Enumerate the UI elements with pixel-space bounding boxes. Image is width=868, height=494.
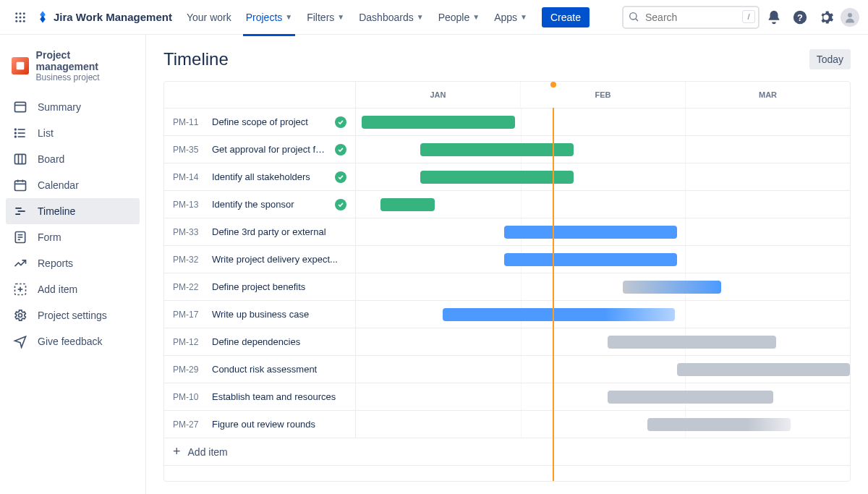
issue-summary[interactable]: Define scope of project (212, 116, 326, 127)
timeline-bar[interactable] (420, 171, 574, 184)
svg-point-7 (20, 20, 22, 22)
sidebar-item-summary[interactable]: Summary (6, 94, 140, 120)
svg-point-1 (20, 12, 22, 14)
issue-summary[interactable]: Identify all stakeholders (212, 171, 326, 182)
svg-point-8 (23, 20, 25, 22)
timeline-grid: JANFEBMAR PM-11Define scope of projectPM… (163, 81, 851, 482)
sidebar-item-settings[interactable]: Project settings (6, 302, 140, 328)
plus-icon: + (173, 444, 181, 459)
app-switcher-icon[interactable] (9, 6, 32, 29)
page-title: Timeline (163, 49, 229, 69)
timeline-row[interactable]: PM-11Define scope of project (164, 108, 850, 135)
sidebar-item-timeline[interactable]: Timeline (6, 198, 140, 224)
timeline-row[interactable]: PM-29Conduct risk assessment (164, 355, 850, 383)
settings-icon[interactable] (814, 6, 838, 29)
issue-key[interactable]: PM-32 (173, 255, 203, 265)
svg-point-22 (15, 136, 17, 137)
sidebar-item-list[interactable]: List (6, 120, 140, 146)
nav-filters[interactable]: Filters▼ (301, 7, 350, 27)
help-icon[interactable]: ? (788, 6, 812, 29)
issue-key[interactable]: PM-14 (173, 172, 203, 182)
issue-key[interactable]: PM-33 (173, 227, 203, 237)
svg-point-6 (15, 20, 17, 22)
timeline-row[interactable]: PM-12Define dependencies (164, 328, 850, 355)
search-box[interactable]: / (622, 6, 760, 29)
create-button[interactable]: Create (542, 7, 590, 27)
timeline-bar[interactable] (504, 226, 677, 239)
issue-key[interactable]: PM-11 (173, 117, 203, 127)
timeline-row[interactable]: PM-33Define 3rd party or external (164, 218, 850, 245)
issue-summary[interactable]: Get approval for project fund... (212, 144, 326, 155)
timeline-row[interactable]: PM-14Identify all stakeholders (164, 163, 850, 190)
chevron-down-icon: ▼ (285, 13, 292, 21)
svg-line-10 (636, 18, 638, 20)
issue-key[interactable]: PM-22 (173, 282, 203, 292)
timeline-row[interactable]: PM-32Write project delivery expect... (164, 245, 850, 273)
nav-dashboards[interactable]: Dashboards▼ (353, 7, 429, 27)
issue-key[interactable]: PM-10 (173, 392, 203, 402)
nav-your-work[interactable]: Your work (181, 7, 237, 27)
issue-key[interactable]: PM-12 (173, 337, 203, 347)
timeline-row[interactable]: PM-10Establish team and resources (164, 383, 850, 410)
timeline-row[interactable]: PM-35Get approval for project fund... (164, 135, 850, 163)
issue-summary[interactable]: Establish team and resources (212, 391, 346, 402)
nav-apps[interactable]: Apps▼ (488, 7, 533, 27)
timeline-bar[interactable] (677, 363, 850, 376)
issue-summary[interactable]: Define dependencies (212, 336, 346, 347)
brand-logo[interactable]: Jira Work Management (35, 10, 172, 25)
issue-key[interactable]: PM-13 (173, 200, 203, 210)
sidebar-item-board[interactable]: Board (6, 146, 140, 172)
svg-point-5 (23, 16, 25, 18)
issue-summary[interactable]: Define project benefits (212, 281, 346, 292)
project-avatar-icon (12, 57, 29, 74)
timeline-bar[interactable] (608, 336, 775, 349)
sidebar-item-add[interactable]: Add item (6, 276, 140, 302)
timeline-bar[interactable] (362, 116, 515, 129)
issue-key[interactable]: PM-17 (173, 310, 203, 320)
issue-summary[interactable]: Write up business case (212, 309, 346, 320)
issue-key[interactable]: PM-27 (173, 420, 203, 430)
add-item-row[interactable]: +Add item (164, 438, 850, 465)
issue-key[interactable]: PM-35 (173, 145, 203, 155)
timeline-bar[interactable] (443, 308, 675, 321)
issue-summary[interactable]: Identify the sponsor (212, 199, 326, 210)
timeline-bar[interactable] (504, 253, 677, 266)
nav-people[interactable]: People▼ (433, 7, 486, 27)
timeline-row[interactable]: PM-27Figure out review rounds (164, 410, 850, 438)
issue-summary[interactable]: Figure out review rounds (212, 419, 346, 430)
chevron-down-icon: ▼ (417, 13, 424, 21)
project-header[interactable]: Project management Business project (6, 46, 140, 94)
timeline-bar[interactable] (380, 198, 435, 211)
timeline-row[interactable]: PM-22Define project benefits (164, 273, 850, 300)
issue-key[interactable]: PM-29 (173, 365, 203, 375)
project-type: Business project (36, 72, 134, 82)
done-check-icon (335, 199, 346, 210)
add-item-label: Add item (188, 446, 228, 458)
timeline-bar[interactable] (647, 418, 791, 431)
chevron-down-icon: ▼ (337, 13, 344, 21)
timeline-bar[interactable] (623, 281, 722, 294)
today-button[interactable]: Today (809, 49, 851, 69)
sidebar-item-feedback[interactable]: Give feedback (6, 328, 140, 354)
issue-summary[interactable]: Write project delivery expect... (212, 254, 346, 265)
svg-text:?: ? (797, 12, 803, 22)
chevron-down-icon: ▼ (472, 13, 480, 21)
profile-avatar[interactable] (841, 8, 859, 27)
notifications-icon[interactable] (762, 6, 786, 29)
timeline-row[interactable]: PM-17Write up business case (164, 300, 850, 328)
sidebar-item-form[interactable]: Form (6, 224, 140, 250)
done-check-icon (335, 171, 346, 183)
search-icon (628, 11, 639, 25)
issue-summary[interactable]: Define 3rd party or external (212, 226, 346, 237)
svg-rect-26 (15, 181, 26, 190)
nav-projects[interactable]: Projects▼ (240, 7, 298, 27)
timeline-bar[interactable] (608, 391, 773, 404)
issue-summary[interactable]: Conduct risk assessment (212, 364, 346, 375)
search-input[interactable] (622, 6, 760, 29)
timeline-bar[interactable] (420, 143, 574, 156)
sidebar-item-reports[interactable]: Reports (6, 250, 140, 276)
svg-rect-23 (15, 154, 26, 163)
timeline-row[interactable]: PM-13Identify the sponsor (164, 190, 850, 218)
sidebar-item-calendar[interactable]: Calendar (6, 172, 140, 198)
svg-point-0 (15, 12, 17, 14)
